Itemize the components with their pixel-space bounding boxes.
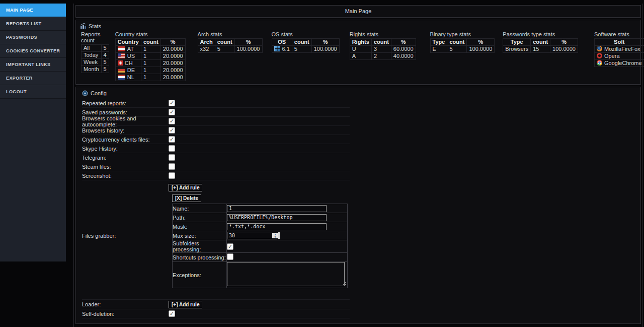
rule-mask-label: Mask: <box>173 222 227 231</box>
table-row: Browsers 15 100.0000 <box>503 46 578 53</box>
grabber-rule-table: Name: Path: Mask: <box>172 204 348 288</box>
sidebar-item-label: LOGOUT <box>6 89 27 94</box>
stats-tables-row: Reports count All 5 Today 4 <box>76 31 640 84</box>
sidebar-item[interactable]: IMPORTANT LINKS <box>0 58 66 72</box>
software-stats-table: Soft count % MozillaFireFox 9 60.0000 <box>594 38 644 67</box>
sidebar-item-label: MAIN PAGE <box>6 8 33 13</box>
table-row: Today 4 <box>82 52 109 59</box>
sidebar-item[interactable]: PASSWORDS <box>0 31 66 44</box>
config-option-label: Steam files: <box>82 164 169 170</box>
table-row: Opera 3 20.0000 <box>594 53 644 60</box>
config-option-checkbox[interactable] <box>169 127 175 134</box>
binary-type-stats-table: Type count % E 5 100.0000 <box>430 38 495 53</box>
config-option-label: Browsers history: <box>82 127 169 134</box>
sidebar-item-label: COOKIES CONVERTER <box>6 48 60 53</box>
config-panel: Config Repeated reports: Saved passwords… <box>75 87 641 324</box>
sidebar-item[interactable]: EXPORTER <box>0 72 66 85</box>
rule-name-label: Name: <box>173 204 227 213</box>
config-option-row: Browsers cookies and autocomplete: <box>82 117 350 126</box>
delete-rule-button[interactable]: [X] Delete <box>172 194 201 202</box>
rule-exceptions-label: Exceptions: <box>173 262 227 288</box>
rule-subfolders-label: Subfolders processing: <box>173 240 227 253</box>
table-row: CH 1 20.0000 <box>115 60 185 67</box>
stats-table-title: Passwords type stats <box>503 31 586 37</box>
reports-count-table: All 5 Today 4 Week 5 <box>81 44 109 73</box>
config-option-label: Saved passwords: <box>82 109 169 115</box>
config-option-row: Browsers history: <box>82 126 350 135</box>
stats-table-title: OS stats <box>272 31 345 37</box>
config-option-row: Cryptocurrency clients files: <box>82 135 350 144</box>
config-option-checkbox[interactable] <box>169 145 175 152</box>
config-option-checkbox[interactable] <box>169 163 175 170</box>
browser-icon <box>597 46 602 51</box>
table-row: A 2 40.0000 <box>350 53 416 60</box>
stats-title-label: Stats <box>89 23 101 29</box>
sidebar-item[interactable]: COOKIES CONVERTER <box>0 44 66 58</box>
config-option-checkbox[interactable] <box>169 154 175 161</box>
config-gear-icon <box>82 90 88 96</box>
shortcuts-checkbox[interactable] <box>227 253 233 260</box>
config-option-checkbox[interactable] <box>169 136 175 143</box>
stats-table-title: Binary type stats <box>430 31 499 37</box>
exceptions-textarea[interactable] <box>227 262 345 286</box>
stats-chart-icon <box>80 23 86 29</box>
config-title-label: Config <box>91 90 107 96</box>
windows-os-icon <box>274 46 280 51</box>
sidebar: MAIN PAGE REPORTS LIST PASSWORDS COOKIES… <box>0 4 66 261</box>
subfolders-checkbox[interactable] <box>227 243 233 250</box>
config-option-row: Steam files: <box>82 162 350 171</box>
stats-table-title: Country stats <box>115 31 192 37</box>
table-row: Month 5 <box>82 66 109 73</box>
rights-stats-table: Rights count % U 3 60.0000 <box>350 38 416 60</box>
table-row: Week 5 <box>82 59 109 66</box>
self-deletion-checkbox[interactable] <box>169 310 175 317</box>
config-option-checkbox[interactable] <box>169 118 175 124</box>
add-rule-button[interactable]: [+] Add rule <box>169 184 202 191</box>
table-row: MozillaFireFox 9 60.0000 <box>594 46 644 53</box>
os-stats-table: OS count % 6.1 5 100.0000 <box>272 38 340 53</box>
rule-name-input[interactable] <box>227 205 327 212</box>
sidebar-item-label: PASSWORDS <box>6 35 37 40</box>
files-grabber-section: Files grabber: [+] Add rule [X] Delete N… <box>82 180 350 291</box>
config-option-checkbox[interactable] <box>169 100 175 106</box>
config-section-title: Config <box>82 87 634 99</box>
stats-table-title: Rights stats <box>350 31 423 37</box>
number-spinner[interactable]: ▲▼ <box>272 233 278 238</box>
stats-section-title: Stats <box>76 20 640 31</box>
rule-shortcuts-label: Shortcuts processing: <box>173 253 227 262</box>
config-option-checkbox[interactable] <box>169 109 175 115</box>
rule-path-input[interactable] <box>227 214 327 221</box>
country-flag-icon <box>118 46 125 51</box>
browser-icon <box>597 53 602 58</box>
spinner-bar <box>278 232 280 239</box>
table-row: AT 1 20.0000 <box>115 46 185 53</box>
stats-table-title: Software stats <box>594 31 644 37</box>
sidebar-item[interactable]: MAIN PAGE <box>0 4 66 17</box>
self-deletion-row: Self-deletion: <box>82 309 350 318</box>
sidebar-item[interactable]: REPORTS LIST <box>0 17 66 31</box>
browser-icon <box>597 60 602 66</box>
binary-type-stats-group: Binary type stats Type count % E 5 <box>430 31 499 53</box>
config-option-checkbox[interactable] <box>169 172 175 179</box>
table-row: DE 1 20.0000 <box>115 67 185 74</box>
rights-stats-group: Rights stats Rights count % U 3 60. <box>350 31 423 60</box>
table-row: US 1 20.0000 <box>115 53 185 60</box>
loader-add-rule-button[interactable]: [+] Add rule <box>169 301 202 308</box>
config-option-label: Cryptocurrency clients files: <box>82 137 169 143</box>
country-stats-table: Country count % AT 1 20.0000 <box>115 38 186 81</box>
os-stats-group: OS stats OS count % 6.1 5 100.0000 <box>272 31 345 53</box>
rule-max-size-input[interactable] <box>227 232 277 239</box>
country-stats-group: Country stats Country count % AT 1 <box>115 31 192 81</box>
sidebar-item[interactable]: LOGOUT <box>0 85 66 99</box>
rule-max-size-label: Max size: <box>173 231 227 240</box>
config-option-label: Repeated reports: <box>82 100 169 106</box>
config-option-row: Skype History: <box>82 144 350 153</box>
files-grabber-label: Files grabber: <box>82 233 169 239</box>
self-deletion-label: Self-deletion: <box>82 311 169 317</box>
rule-mask-input[interactable] <box>227 223 327 230</box>
reports-count-group: Reports count All 5 Today 4 <box>81 31 109 73</box>
software-stats-group: Software stats Soft count % MozillaFireF… <box>594 31 644 67</box>
country-flag-icon <box>118 53 125 58</box>
stats-table-title: Reports count <box>81 31 109 43</box>
table-row: GoogleChrome 3 20.0000 <box>594 60 644 67</box>
